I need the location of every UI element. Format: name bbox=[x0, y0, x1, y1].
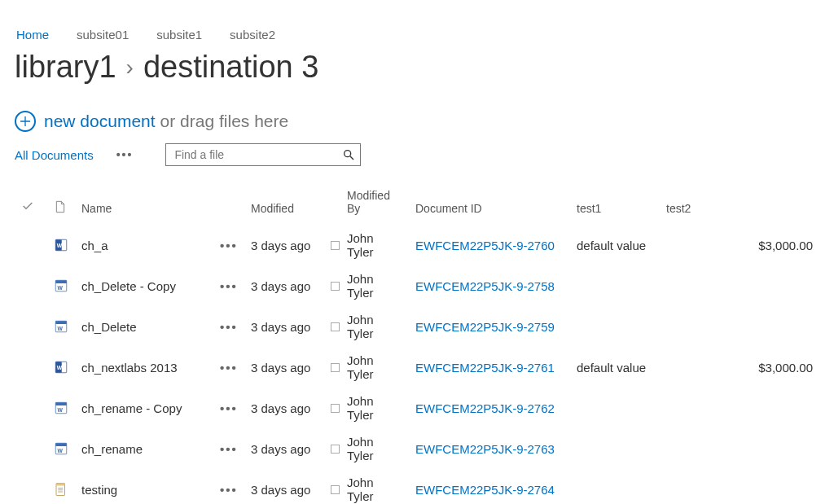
column-header-name[interactable]: Name bbox=[75, 184, 213, 225]
table-row[interactable]: testing•••3 days agoJohn TylerEWFCEM22P5… bbox=[15, 469, 819, 504]
topnav-subsite2[interactable]: subsite2 bbox=[230, 28, 275, 42]
test2-value: $3,000.00 bbox=[660, 347, 819, 388]
top-nav: Home subsite01 subsite1 subsite2 bbox=[15, 8, 819, 48]
modified-date: 3 days ago bbox=[244, 306, 324, 347]
table-row[interactable]: W ch_Delete•••3 days agoJohn TylerEWFCEM… bbox=[15, 306, 819, 347]
presence-icon bbox=[324, 428, 340, 469]
new-document-row: new document or drag files here bbox=[15, 111, 819, 132]
svg-text:W: W bbox=[57, 365, 63, 370]
row-menu-icon[interactable]: ••• bbox=[213, 265, 244, 306]
presence-icon bbox=[324, 225, 340, 265]
document-id-link[interactable]: EWFCEM22P5JK-9-2760 bbox=[409, 225, 570, 265]
test1-value bbox=[570, 265, 660, 306]
file-type-icon: W bbox=[47, 428, 75, 469]
modified-by[interactable]: John Tyler bbox=[340, 265, 409, 306]
modified-by[interactable]: John Tyler bbox=[340, 306, 409, 347]
test1-value: default value bbox=[570, 225, 660, 265]
file-list: Name Modified Modified By Document ID te… bbox=[15, 184, 819, 504]
table-row[interactable]: W ch_rename - Copy•••3 days agoJohn Tyle… bbox=[15, 388, 819, 428]
document-id-link[interactable]: EWFCEM22P5JK-9-2761 bbox=[409, 347, 570, 388]
breadcrumb-separator-icon: › bbox=[126, 55, 134, 81]
svg-text:W: W bbox=[58, 285, 64, 291]
presence-icon bbox=[324, 388, 340, 428]
modified-by[interactable]: John Tyler bbox=[340, 469, 409, 504]
modified-by[interactable]: John Tyler bbox=[340, 225, 409, 265]
presence-icon bbox=[324, 265, 340, 306]
search-icon[interactable] bbox=[342, 148, 355, 161]
row-menu-icon[interactable]: ••• bbox=[213, 469, 244, 504]
document-id-link[interactable]: EWFCEM22P5JK-9-2764 bbox=[409, 469, 570, 504]
column-header-modified-by[interactable]: Modified By bbox=[340, 184, 409, 225]
page-title-library[interactable]: library1 bbox=[15, 50, 116, 85]
presence-icon bbox=[324, 469, 340, 504]
view-more-icon[interactable]: ••• bbox=[113, 148, 137, 161]
table-row[interactable]: W ch_a•••3 days agoJohn TylerEWFCEM22P5J… bbox=[15, 225, 819, 265]
table-row[interactable]: W ch_rename•••3 days agoJohn TylerEWFCEM… bbox=[15, 428, 819, 469]
test1-value: default value bbox=[570, 347, 660, 388]
search-input[interactable] bbox=[173, 147, 342, 162]
presence-icon bbox=[324, 347, 340, 388]
row-select-cell[interactable] bbox=[15, 306, 47, 347]
row-menu-icon[interactable]: ••• bbox=[213, 225, 244, 265]
new-document-link[interactable]: new document bbox=[44, 112, 156, 131]
table-row[interactable]: W ch_nextlabs 2013•••3 days agoJohn Tyle… bbox=[15, 347, 819, 388]
row-menu-icon[interactable]: ••• bbox=[213, 347, 244, 388]
test1-value bbox=[570, 469, 660, 504]
row-menu-icon[interactable]: ••• bbox=[213, 388, 244, 428]
row-menu-icon[interactable]: ••• bbox=[213, 306, 244, 347]
document-id-link[interactable]: EWFCEM22P5JK-9-2762 bbox=[409, 388, 570, 428]
test2-value bbox=[660, 469, 819, 504]
view-all-documents[interactable]: All Documents bbox=[15, 148, 94, 162]
column-header-modified[interactable]: Modified bbox=[244, 184, 324, 225]
row-menu-icon[interactable]: ••• bbox=[213, 428, 244, 469]
topnav-home[interactable]: Home bbox=[16, 28, 49, 42]
test2-value bbox=[660, 265, 819, 306]
svg-rect-21 bbox=[56, 484, 65, 486]
modified-by[interactable]: John Tyler bbox=[340, 428, 409, 469]
svg-point-0 bbox=[345, 151, 351, 157]
modified-date: 3 days ago bbox=[244, 265, 324, 306]
row-select-cell[interactable] bbox=[15, 428, 47, 469]
page-title-folder: destination 3 bbox=[143, 50, 319, 85]
file-name[interactable]: ch_rename bbox=[75, 428, 213, 469]
column-header-document-id[interactable]: Document ID bbox=[409, 184, 570, 225]
row-select-cell[interactable] bbox=[15, 265, 47, 306]
new-document-hint: or drag files here bbox=[160, 112, 289, 131]
search-box[interactable] bbox=[165, 143, 361, 166]
document-id-link[interactable]: EWFCEM22P5JK-9-2763 bbox=[409, 428, 570, 469]
modified-date: 3 days ago bbox=[244, 428, 324, 469]
document-id-link[interactable]: EWFCEM22P5JK-9-2759 bbox=[409, 306, 570, 347]
modified-date: 3 days ago bbox=[244, 388, 324, 428]
file-type-icon: W bbox=[47, 306, 75, 347]
row-select-cell[interactable] bbox=[15, 469, 47, 504]
modified-date: 3 days ago bbox=[244, 225, 324, 265]
topnav-subsite01[interactable]: subsite01 bbox=[77, 28, 129, 42]
svg-text:W: W bbox=[57, 243, 63, 248]
file-name[interactable]: testing bbox=[75, 469, 213, 504]
test1-value bbox=[570, 306, 660, 347]
column-header-test2[interactable]: test2 bbox=[660, 184, 819, 225]
table-row[interactable]: W ch_Delete - Copy•••3 days agoJohn Tyle… bbox=[15, 265, 819, 306]
modified-by[interactable]: John Tyler bbox=[340, 347, 409, 388]
file-type-icon bbox=[47, 469, 75, 504]
add-icon[interactable] bbox=[15, 111, 36, 132]
file-type-icon: W bbox=[47, 265, 75, 306]
test2-value bbox=[660, 306, 819, 347]
row-select-cell[interactable] bbox=[15, 388, 47, 428]
select-all-checkbox[interactable] bbox=[15, 184, 47, 225]
document-id-link[interactable]: EWFCEM22P5JK-9-2758 bbox=[409, 265, 570, 306]
row-select-cell[interactable] bbox=[15, 225, 47, 265]
column-header-type-icon[interactable] bbox=[47, 184, 75, 225]
modified-date: 3 days ago bbox=[244, 469, 324, 504]
svg-text:W: W bbox=[58, 407, 64, 413]
file-name[interactable]: ch_a bbox=[75, 225, 213, 265]
svg-rect-15 bbox=[55, 402, 67, 405]
modified-by[interactable]: John Tyler bbox=[340, 388, 409, 428]
file-name[interactable]: ch_Delete bbox=[75, 306, 213, 347]
column-header-test1[interactable]: test1 bbox=[570, 184, 660, 225]
topnav-subsite1[interactable]: subsite1 bbox=[156, 28, 202, 42]
row-select-cell[interactable] bbox=[15, 347, 47, 388]
file-name[interactable]: ch_rename - Copy bbox=[75, 388, 213, 428]
file-name[interactable]: ch_Delete - Copy bbox=[75, 265, 213, 306]
file-name[interactable]: ch_nextlabs 2013 bbox=[75, 347, 213, 388]
